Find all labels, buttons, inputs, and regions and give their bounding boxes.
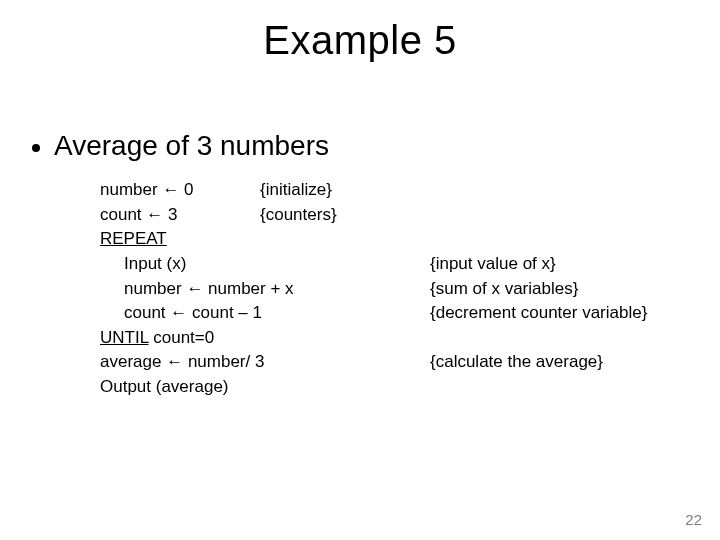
code-line: Output (average)	[100, 375, 660, 400]
code-line: UNTIL count=0	[100, 326, 660, 351]
code-text: count ← count – 1	[124, 301, 262, 326]
arrow-icon: ←	[146, 205, 163, 224]
code-frag: number	[100, 180, 162, 199]
code-comment: {counters}	[260, 203, 337, 228]
code-text: count ← 3	[100, 203, 178, 228]
code-frag: average	[100, 352, 166, 371]
slide-title: Example 5	[0, 18, 720, 63]
code-comment: {calculate the average}	[430, 350, 603, 375]
arrow-icon: ←	[162, 180, 179, 199]
bullet-item: Average of 3 numbers	[32, 130, 329, 162]
code-comment: {input value of x}	[430, 252, 556, 277]
code-comment: {initialize}	[260, 178, 332, 203]
code-text: number ← number + x	[124, 277, 294, 302]
code-text: number ← 0	[100, 178, 194, 203]
code-frag: number/ 3	[183, 352, 264, 371]
code-keyword: UNTIL	[100, 328, 149, 347]
code-frag: count – 1	[187, 303, 262, 322]
code-line: Input (x) {input value of x}	[100, 252, 660, 277]
code-line: number ← number + x {sum of x variables}	[100, 277, 660, 302]
bullet-text: Average of 3 numbers	[54, 130, 329, 162]
code-frag: count	[124, 303, 170, 322]
slide: Example 5 Average of 3 numbers number ← …	[0, 0, 720, 540]
code-frag: count=0	[149, 328, 215, 347]
code-line: count ← count – 1 {decrement counter var…	[100, 301, 660, 326]
code-frag: number	[124, 279, 186, 298]
arrow-icon: ←	[186, 279, 203, 298]
code-text: Input (x)	[124, 252, 186, 277]
code-keyword: REPEAT	[100, 227, 167, 252]
code-text: UNTIL count=0	[100, 326, 214, 351]
bullet-dot-icon	[32, 144, 40, 152]
page-number: 22	[685, 511, 702, 528]
code-frag: number + x	[203, 279, 293, 298]
code-text: average ← number/ 3	[100, 350, 264, 375]
code-comment: {sum of x variables}	[430, 277, 578, 302]
arrow-icon: ←	[166, 352, 183, 371]
code-line: REPEAT	[100, 227, 660, 252]
code-comment: {decrement counter variable}	[430, 301, 647, 326]
code-line: average ← number/ 3 {calculate the avera…	[100, 350, 660, 375]
code-frag: 3	[163, 205, 177, 224]
code-line: number ← 0 {initialize}	[100, 178, 660, 203]
code-frag: 0	[179, 180, 193, 199]
code-frag: count	[100, 205, 146, 224]
arrow-icon: ←	[170, 303, 187, 322]
pseudocode-block: number ← 0 {initialize} count ← 3 {count…	[100, 178, 660, 400]
code-line: count ← 3 {counters}	[100, 203, 660, 228]
code-text: Output (average)	[100, 375, 229, 400]
